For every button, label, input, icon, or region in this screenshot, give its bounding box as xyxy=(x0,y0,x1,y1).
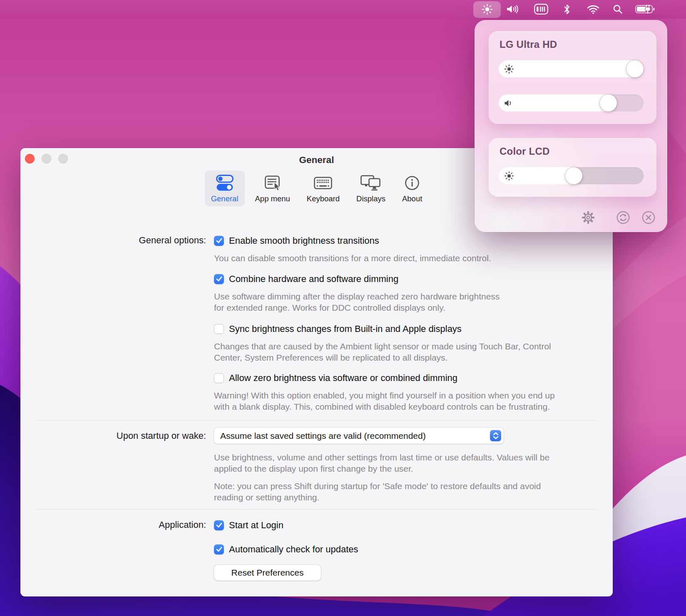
display-card-color-lcd: Color LCD xyxy=(489,138,656,197)
slider-knob[interactable] xyxy=(626,60,644,77)
app-menu-icon xyxy=(263,174,282,192)
wifi-menu-icon[interactable] xyxy=(587,5,599,14)
toggles-icon xyxy=(215,174,234,192)
tab-label: About xyxy=(402,194,422,203)
checkbox-unchecked[interactable] xyxy=(214,324,224,334)
tab-label: Keyboard xyxy=(307,194,340,203)
tab-keyboard[interactable]: Keyboard xyxy=(301,171,346,206)
refresh-icon[interactable] xyxy=(616,210,630,225)
caption-startup: Use brightness, volume and other setting… xyxy=(214,452,549,474)
close-icon[interactable] xyxy=(641,210,656,225)
sun-icon xyxy=(504,64,514,74)
checkbox-checked[interactable] xyxy=(214,274,224,284)
caption-combine-dimming: Use software dimming after the display r… xyxy=(214,291,500,313)
tab-general[interactable]: General xyxy=(205,171,245,206)
displays-icon xyxy=(360,174,382,192)
checkbox-row-combine-dimming[interactable]: Combine hardware and software dimming xyxy=(214,273,398,284)
general-options-label: General options: xyxy=(20,235,206,246)
battery-charging-menu-icon[interactable] xyxy=(635,4,655,14)
brightness-menu-icon[interactable] xyxy=(482,4,493,15)
checkbox-row-sync-brightness[interactable]: Sync brightness changes from Built-in an… xyxy=(214,323,462,334)
dropdown-selected-value: Assume last saved settings are valid (re… xyxy=(214,431,490,441)
slider-knob[interactable] xyxy=(600,94,617,111)
search-menu-icon[interactable] xyxy=(613,4,623,14)
slider-fill xyxy=(499,94,617,111)
bluetooth-menu-icon[interactable] xyxy=(563,4,571,15)
application-label: Application: xyxy=(20,520,206,530)
brightness-popover: LG Ultra HD Color LCD xyxy=(475,20,667,232)
speaker-icon xyxy=(504,99,513,107)
display-card-lg-ultra-hd: LG Ultra HD xyxy=(489,31,656,124)
volume-slider[interactable] xyxy=(499,94,644,111)
caption-startup-note: Note: you can press Shift during startup… xyxy=(214,480,541,503)
menu-bar xyxy=(0,0,686,19)
checkbox-row-smooth-transitions[interactable]: Enable smooth brightness transitions xyxy=(214,235,379,246)
display-name: Color LCD xyxy=(500,146,549,157)
tab-label: App menu xyxy=(255,194,290,203)
caption-smooth-transitions: You can disable smooth transitions for a… xyxy=(214,252,491,264)
brightness-slider[interactable] xyxy=(499,167,644,184)
section-divider xyxy=(35,420,597,421)
display-name: LG Ultra HD xyxy=(500,39,557,50)
settings-gear-icon[interactable] xyxy=(581,210,595,225)
section-divider xyxy=(35,509,597,510)
keyboard-backlight-menu-icon[interactable] xyxy=(534,4,548,15)
startup-label: Upon startup or wake: xyxy=(20,430,206,441)
volume-menu-icon[interactable] xyxy=(506,4,519,14)
checkbox-checked[interactable] xyxy=(214,544,224,554)
checkbox-row-zero-brightness[interactable]: Allow zero brightness via software or co… xyxy=(214,372,457,383)
brightness-slider[interactable] xyxy=(499,60,644,77)
keyboard-icon xyxy=(313,174,333,192)
tab-about[interactable]: About xyxy=(396,171,428,206)
caption-sync-brightness: Changes that are caused by the Ambient l… xyxy=(214,341,551,363)
checkbox-label: Automatically check for updates xyxy=(229,544,358,555)
caption-zero-brightness: Warning! With this option enabled, you m… xyxy=(214,390,555,412)
plug-glyph xyxy=(645,5,650,13)
tab-app-menu[interactable]: App menu xyxy=(249,171,296,206)
checkbox-label: Sync brightness changes from Built-in an… xyxy=(229,324,462,334)
sun-icon xyxy=(504,171,514,181)
slider-fill xyxy=(499,60,644,77)
dropdown-chevrons-icon xyxy=(490,430,501,441)
reset-preferences-button[interactable]: Reset Preferences xyxy=(214,565,321,581)
tab-label: Displays xyxy=(356,194,385,203)
checkbox-label: Allow zero brightness via software or co… xyxy=(229,373,457,383)
checkbox-label: Start at Login xyxy=(229,520,283,531)
checkbox-row-auto-updates[interactable]: Automatically check for updates xyxy=(214,544,358,555)
checkbox-unchecked[interactable] xyxy=(214,373,224,383)
startup-dropdown[interactable]: Assume last saved settings are valid (re… xyxy=(214,428,504,444)
tab-label: General xyxy=(211,194,239,203)
checkbox-row-start-at-login[interactable]: Start at Login xyxy=(214,520,283,531)
checkbox-checked[interactable] xyxy=(214,236,224,246)
checkbox-label: Combine hardware and software dimming xyxy=(229,274,398,284)
tab-displays[interactable]: Displays xyxy=(350,171,392,206)
checkbox-checked[interactable] xyxy=(214,520,224,530)
checkbox-label: Enable smooth brightness transitions xyxy=(229,235,379,246)
slider-knob[interactable] xyxy=(565,167,582,184)
info-icon xyxy=(404,174,420,192)
